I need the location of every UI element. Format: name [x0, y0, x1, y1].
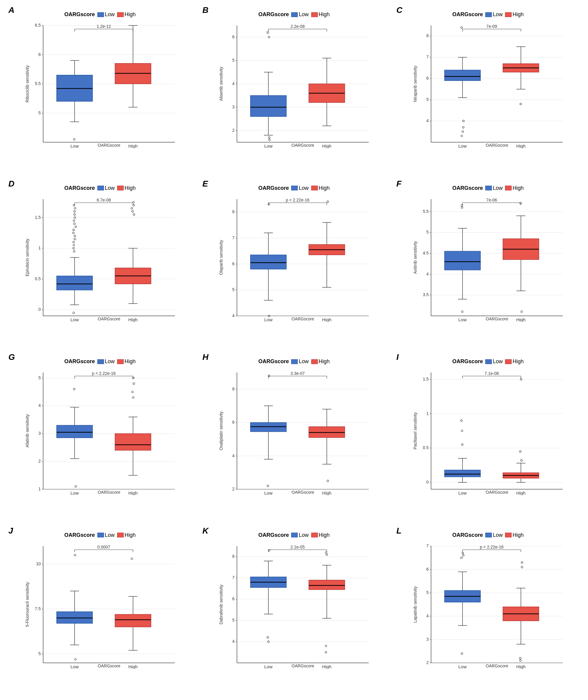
svg-point-496: [521, 561, 523, 563]
chart-area-D: 00.511.5LowHigh6.7e-08Epirubicin sensiti…: [13, 193, 187, 331]
svg-text:1.5: 1.5: [35, 215, 41, 219]
svg-rect-319: [250, 422, 286, 432]
svg-text:High: High: [128, 143, 137, 148]
svg-text:Afatinib sensitivity: Afatinib sensitivity: [25, 414, 30, 447]
panel-D: DOARGscoreLowHigh00.511.5LowHigh6.7e-08E…: [3, 177, 197, 350]
svg-text:OARGscore: OARGscore: [292, 316, 315, 321]
svg-text:5.5: 5.5: [35, 81, 41, 86]
svg-point-200: [268, 203, 270, 205]
legend-title: OARGscore: [452, 532, 483, 538]
legend-label-high: High: [319, 185, 330, 191]
panel-label-C: C: [396, 5, 402, 15]
chart-area-F: 3.544.555.5LowHigh7e-06Axitinib sensitiv…: [401, 193, 575, 331]
legend-label-high: High: [513, 532, 524, 538]
legend-label-low: Low: [299, 358, 309, 365]
legend-title: OARGscore: [64, 11, 95, 18]
legend-item-low: Low: [485, 532, 503, 538]
svg-text:Dabrafenib sensitivity: Dabrafenib sensitivity: [219, 584, 223, 624]
panel-label-H: H: [202, 352, 208, 362]
svg-point-445: [325, 651, 327, 653]
legend-A: OARGscoreLowHigh: [64, 11, 136, 18]
svg-point-167: [132, 210, 134, 212]
svg-text:8: 8: [232, 387, 235, 391]
chart-svg-E: 45678LowHighp < 2.22e-16Olaparib sensiti…: [219, 196, 375, 322]
svg-text:0: 0: [426, 480, 429, 484]
legend-label-low: Low: [493, 358, 503, 365]
legend-item-high: High: [117, 185, 136, 191]
svg-point-250: [521, 311, 523, 313]
svg-text:Low: Low: [264, 664, 273, 669]
svg-rect-328: [309, 427, 345, 437]
svg-text:7: 7: [426, 543, 429, 548]
svg-rect-237: [445, 251, 481, 270]
svg-point-61: [269, 139, 270, 141]
svg-point-143: [74, 213, 75, 215]
legend-C: OARGscoreLowHigh: [452, 11, 524, 18]
svg-point-148: [73, 229, 75, 231]
svg-text:5.5: 5.5: [423, 209, 429, 213]
svg-text:OARGscore: OARGscore: [486, 663, 508, 668]
legend-title: OARGscore: [64, 358, 95, 365]
legend-title: OARGscore: [64, 532, 95, 538]
svg-text:5: 5: [426, 97, 429, 102]
legend-item-low: Low: [291, 11, 309, 18]
chart-grid: AOARGscoreLowHigh55.566.5LowHigh1.2e-12R…: [0, 0, 588, 700]
svg-text:6: 6: [232, 261, 235, 266]
svg-text:Low: Low: [264, 490, 273, 495]
chart-svg-H: 2468LowHigh3.3e-07Oxaliplatin sensitivit…: [219, 369, 375, 495]
legend-title: OARGscore: [452, 185, 483, 191]
legend-label-low: Low: [299, 532, 309, 538]
svg-point-100: [461, 135, 463, 137]
svg-text:2: 2: [426, 660, 429, 665]
svg-text:Ribociclib sensitivity: Ribociclib sensitivity: [25, 65, 30, 102]
svg-text:6: 6: [232, 34, 235, 39]
svg-text:5-Fluorouracil sensitivity: 5-Fluorouracil sensitivity: [25, 582, 30, 627]
chart-svg-B: 23456LowHigh2.2e-08Alisertib sensitivity…: [219, 22, 375, 148]
svg-rect-197: [250, 255, 286, 269]
svg-point-282: [75, 486, 77, 487]
legend-item-high: High: [505, 358, 524, 365]
svg-point-156: [73, 312, 75, 313]
panel-H: HOARGscoreLowHigh2468LowHigh3.3e-07Oxali…: [197, 350, 391, 524]
svg-text:4: 4: [232, 313, 235, 318]
legend-item-low: Low: [291, 358, 309, 365]
svg-rect-443: [309, 580, 345, 590]
legend-label-high: High: [125, 185, 136, 191]
panel-label-F: F: [396, 179, 401, 189]
svg-text:6: 6: [426, 76, 429, 81]
chart-area-G: 12345LowHighp < 2.22e-16Afatinib sensiti…: [13, 366, 187, 504]
svg-text:High: High: [322, 664, 332, 669]
svg-text:7.5: 7.5: [35, 606, 41, 611]
svg-text:0.0007: 0.0007: [97, 545, 110, 549]
svg-text:3: 3: [38, 431, 41, 436]
legend-item-low: Low: [97, 11, 115, 18]
svg-text:OARGscore: OARGscore: [292, 663, 315, 668]
svg-text:5: 5: [426, 230, 429, 234]
legend-item-high: High: [311, 185, 330, 191]
chart-svg-K: 45678LowHigh2.1e-05Dabrafenib sensitivit…: [219, 543, 375, 669]
svg-point-145: [73, 219, 75, 221]
legend-B: OARGscoreLowHigh: [258, 11, 330, 18]
svg-point-483: [461, 557, 463, 559]
svg-text:7: 7: [232, 575, 235, 580]
svg-point-292: [133, 383, 135, 384]
panel-label-D: D: [8, 179, 14, 189]
svg-point-494: [519, 657, 521, 659]
legend-L: OARGscoreLowHigh: [452, 532, 524, 538]
svg-text:4: 4: [426, 613, 429, 618]
svg-text:1: 1: [38, 246, 41, 250]
svg-text:8: 8: [232, 209, 235, 214]
svg-point-281: [73, 388, 75, 390]
legend-label-low: Low: [105, 11, 115, 18]
svg-text:OARGscore: OARGscore: [98, 316, 120, 321]
svg-text:5: 5: [426, 590, 429, 595]
svg-text:7.1e-08: 7.1e-08: [485, 371, 499, 376]
svg-point-150: [74, 235, 75, 237]
legend-title: OARGscore: [452, 11, 483, 18]
chart-area-L: 234567LowHighp < 2.22e-16Lapatinib sensi…: [401, 540, 575, 678]
svg-point-141: [74, 207, 76, 209]
legend-item-high: High: [117, 11, 136, 18]
svg-text:7e-09: 7e-09: [487, 24, 497, 29]
chart-area-K: 45678LowHigh2.1e-05Dabrafenib sensitivit…: [207, 540, 381, 678]
svg-text:4: 4: [232, 81, 235, 86]
